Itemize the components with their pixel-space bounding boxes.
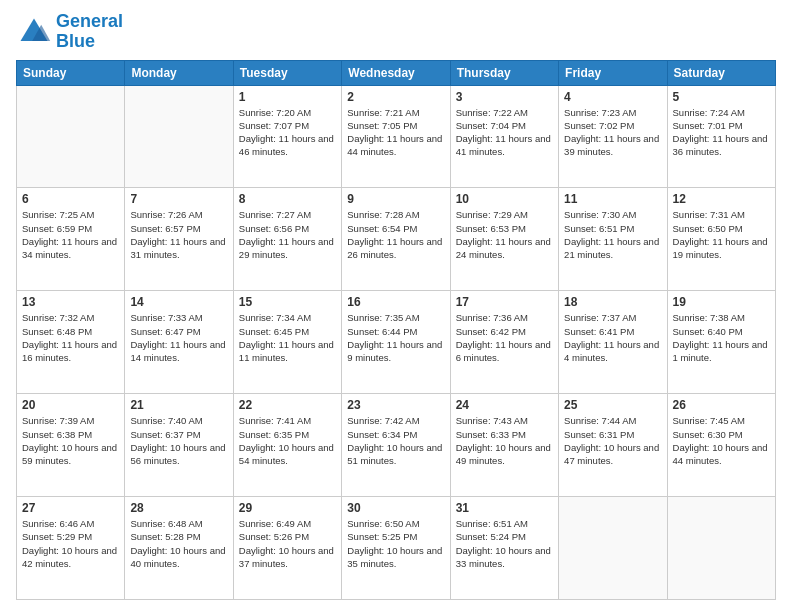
day-info: Sunrise: 7:29 AM Sunset: 6:53 PM Dayligh… bbox=[456, 208, 553, 261]
calendar-cell: 5Sunrise: 7:24 AM Sunset: 7:01 PM Daylig… bbox=[667, 85, 775, 188]
week-row-4: 20Sunrise: 7:39 AM Sunset: 6:38 PM Dayli… bbox=[17, 394, 776, 497]
day-number: 21 bbox=[130, 398, 227, 412]
day-info: Sunrise: 7:26 AM Sunset: 6:57 PM Dayligh… bbox=[130, 208, 227, 261]
day-number: 4 bbox=[564, 90, 661, 104]
calendar-cell: 17Sunrise: 7:36 AM Sunset: 6:42 PM Dayli… bbox=[450, 291, 558, 394]
calendar-cell bbox=[125, 85, 233, 188]
weekday-header-wednesday: Wednesday bbox=[342, 60, 450, 85]
day-info: Sunrise: 7:24 AM Sunset: 7:01 PM Dayligh… bbox=[673, 106, 770, 159]
day-number: 27 bbox=[22, 501, 119, 515]
day-info: Sunrise: 7:25 AM Sunset: 6:59 PM Dayligh… bbox=[22, 208, 119, 261]
calendar-cell: 8Sunrise: 7:27 AM Sunset: 6:56 PM Daylig… bbox=[233, 188, 341, 291]
day-number: 2 bbox=[347, 90, 444, 104]
day-number: 6 bbox=[22, 192, 119, 206]
day-number: 1 bbox=[239, 90, 336, 104]
day-info: Sunrise: 7:31 AM Sunset: 6:50 PM Dayligh… bbox=[673, 208, 770, 261]
calendar-cell: 21Sunrise: 7:40 AM Sunset: 6:37 PM Dayli… bbox=[125, 394, 233, 497]
day-info: Sunrise: 7:33 AM Sunset: 6:47 PM Dayligh… bbox=[130, 311, 227, 364]
calendar-cell: 20Sunrise: 7:39 AM Sunset: 6:38 PM Dayli… bbox=[17, 394, 125, 497]
calendar-cell bbox=[667, 497, 775, 600]
day-info: Sunrise: 7:28 AM Sunset: 6:54 PM Dayligh… bbox=[347, 208, 444, 261]
day-number: 31 bbox=[456, 501, 553, 515]
day-number: 19 bbox=[673, 295, 770, 309]
calendar-cell: 3Sunrise: 7:22 AM Sunset: 7:04 PM Daylig… bbox=[450, 85, 558, 188]
day-number: 3 bbox=[456, 90, 553, 104]
day-info: Sunrise: 7:34 AM Sunset: 6:45 PM Dayligh… bbox=[239, 311, 336, 364]
day-number: 26 bbox=[673, 398, 770, 412]
weekday-header-monday: Monday bbox=[125, 60, 233, 85]
weekday-header-saturday: Saturday bbox=[667, 60, 775, 85]
day-info: Sunrise: 7:36 AM Sunset: 6:42 PM Dayligh… bbox=[456, 311, 553, 364]
day-number: 28 bbox=[130, 501, 227, 515]
calendar-cell bbox=[559, 497, 667, 600]
calendar-cell: 6Sunrise: 7:25 AM Sunset: 6:59 PM Daylig… bbox=[17, 188, 125, 291]
calendar-cell: 25Sunrise: 7:44 AM Sunset: 6:31 PM Dayli… bbox=[559, 394, 667, 497]
calendar-cell: 22Sunrise: 7:41 AM Sunset: 6:35 PM Dayli… bbox=[233, 394, 341, 497]
calendar-cell: 31Sunrise: 6:51 AM Sunset: 5:24 PM Dayli… bbox=[450, 497, 558, 600]
day-info: Sunrise: 7:22 AM Sunset: 7:04 PM Dayligh… bbox=[456, 106, 553, 159]
day-info: Sunrise: 7:27 AM Sunset: 6:56 PM Dayligh… bbox=[239, 208, 336, 261]
calendar-cell: 28Sunrise: 6:48 AM Sunset: 5:28 PM Dayli… bbox=[125, 497, 233, 600]
day-number: 11 bbox=[564, 192, 661, 206]
week-row-2: 6Sunrise: 7:25 AM Sunset: 6:59 PM Daylig… bbox=[17, 188, 776, 291]
day-info: Sunrise: 7:32 AM Sunset: 6:48 PM Dayligh… bbox=[22, 311, 119, 364]
logo-text: General Blue bbox=[56, 12, 123, 52]
day-info: Sunrise: 7:38 AM Sunset: 6:40 PM Dayligh… bbox=[673, 311, 770, 364]
calendar-cell: 12Sunrise: 7:31 AM Sunset: 6:50 PM Dayli… bbox=[667, 188, 775, 291]
page: General Blue SundayMondayTuesdayWednesda… bbox=[0, 0, 792, 612]
calendar-cell bbox=[17, 85, 125, 188]
day-number: 18 bbox=[564, 295, 661, 309]
calendar-cell: 7Sunrise: 7:26 AM Sunset: 6:57 PM Daylig… bbox=[125, 188, 233, 291]
weekday-header-friday: Friday bbox=[559, 60, 667, 85]
calendar-cell: 9Sunrise: 7:28 AM Sunset: 6:54 PM Daylig… bbox=[342, 188, 450, 291]
calendar-cell: 1Sunrise: 7:20 AM Sunset: 7:07 PM Daylig… bbox=[233, 85, 341, 188]
day-info: Sunrise: 7:45 AM Sunset: 6:30 PM Dayligh… bbox=[673, 414, 770, 467]
calendar-table: SundayMondayTuesdayWednesdayThursdayFrid… bbox=[16, 60, 776, 600]
day-info: Sunrise: 7:40 AM Sunset: 6:37 PM Dayligh… bbox=[130, 414, 227, 467]
calendar-cell: 16Sunrise: 7:35 AM Sunset: 6:44 PM Dayli… bbox=[342, 291, 450, 394]
day-info: Sunrise: 7:21 AM Sunset: 7:05 PM Dayligh… bbox=[347, 106, 444, 159]
calendar-cell: 13Sunrise: 7:32 AM Sunset: 6:48 PM Dayli… bbox=[17, 291, 125, 394]
day-number: 15 bbox=[239, 295, 336, 309]
day-info: Sunrise: 7:43 AM Sunset: 6:33 PM Dayligh… bbox=[456, 414, 553, 467]
day-number: 10 bbox=[456, 192, 553, 206]
header: General Blue bbox=[16, 12, 776, 52]
calendar-cell: 30Sunrise: 6:50 AM Sunset: 5:25 PM Dayli… bbox=[342, 497, 450, 600]
day-info: Sunrise: 7:42 AM Sunset: 6:34 PM Dayligh… bbox=[347, 414, 444, 467]
day-number: 23 bbox=[347, 398, 444, 412]
day-number: 5 bbox=[673, 90, 770, 104]
calendar-cell: 18Sunrise: 7:37 AM Sunset: 6:41 PM Dayli… bbox=[559, 291, 667, 394]
day-number: 25 bbox=[564, 398, 661, 412]
day-info: Sunrise: 6:48 AM Sunset: 5:28 PM Dayligh… bbox=[130, 517, 227, 570]
day-number: 24 bbox=[456, 398, 553, 412]
calendar-cell: 2Sunrise: 7:21 AM Sunset: 7:05 PM Daylig… bbox=[342, 85, 450, 188]
day-number: 9 bbox=[347, 192, 444, 206]
logo: General Blue bbox=[16, 12, 123, 52]
week-row-3: 13Sunrise: 7:32 AM Sunset: 6:48 PM Dayli… bbox=[17, 291, 776, 394]
day-number: 8 bbox=[239, 192, 336, 206]
day-info: Sunrise: 7:35 AM Sunset: 6:44 PM Dayligh… bbox=[347, 311, 444, 364]
day-info: Sunrise: 7:39 AM Sunset: 6:38 PM Dayligh… bbox=[22, 414, 119, 467]
day-number: 17 bbox=[456, 295, 553, 309]
day-info: Sunrise: 6:46 AM Sunset: 5:29 PM Dayligh… bbox=[22, 517, 119, 570]
day-info: Sunrise: 7:44 AM Sunset: 6:31 PM Dayligh… bbox=[564, 414, 661, 467]
calendar-cell: 23Sunrise: 7:42 AM Sunset: 6:34 PM Dayli… bbox=[342, 394, 450, 497]
day-number: 16 bbox=[347, 295, 444, 309]
calendar-cell: 27Sunrise: 6:46 AM Sunset: 5:29 PM Dayli… bbox=[17, 497, 125, 600]
weekday-header-row: SundayMondayTuesdayWednesdayThursdayFrid… bbox=[17, 60, 776, 85]
calendar-cell: 4Sunrise: 7:23 AM Sunset: 7:02 PM Daylig… bbox=[559, 85, 667, 188]
weekday-header-sunday: Sunday bbox=[17, 60, 125, 85]
weekday-header-thursday: Thursday bbox=[450, 60, 558, 85]
logo-icon bbox=[16, 14, 52, 50]
day-info: Sunrise: 6:49 AM Sunset: 5:26 PM Dayligh… bbox=[239, 517, 336, 570]
day-number: 22 bbox=[239, 398, 336, 412]
week-row-1: 1Sunrise: 7:20 AM Sunset: 7:07 PM Daylig… bbox=[17, 85, 776, 188]
day-number: 29 bbox=[239, 501, 336, 515]
calendar-cell: 14Sunrise: 7:33 AM Sunset: 6:47 PM Dayli… bbox=[125, 291, 233, 394]
calendar-cell: 11Sunrise: 7:30 AM Sunset: 6:51 PM Dayli… bbox=[559, 188, 667, 291]
day-number: 12 bbox=[673, 192, 770, 206]
calendar-cell: 26Sunrise: 7:45 AM Sunset: 6:30 PM Dayli… bbox=[667, 394, 775, 497]
day-number: 30 bbox=[347, 501, 444, 515]
calendar-cell: 19Sunrise: 7:38 AM Sunset: 6:40 PM Dayli… bbox=[667, 291, 775, 394]
calendar-cell: 10Sunrise: 7:29 AM Sunset: 6:53 PM Dayli… bbox=[450, 188, 558, 291]
